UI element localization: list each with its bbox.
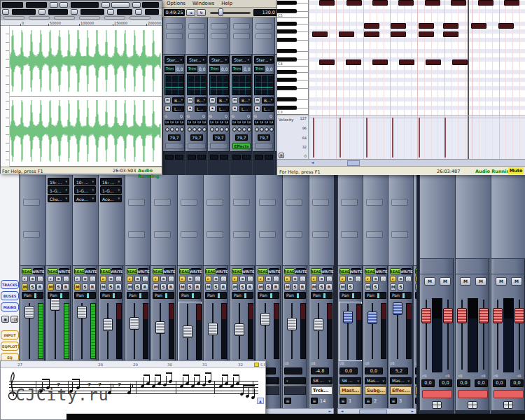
mute-button[interactable]: M: [424, 277, 435, 286]
channel-select-dropdown[interactable]: 15: ...▾: [48, 178, 69, 186]
toolbar-button[interactable]: [50, 2, 58, 8]
fader-handle[interactable]: [183, 326, 192, 338]
sends-state-icon[interactable]: ◌: [355, 276, 361, 282]
write-button[interactable]: WRITE: [164, 268, 174, 274]
sidebar-view-button-tracks[interactable]: TRACKS: [1, 280, 19, 289]
fader-handle[interactable]: [208, 323, 218, 335]
channel-type-icon[interactable]: ≡: [311, 398, 318, 404]
speaker-icon[interactable]: ◦)): [10, 316, 18, 323]
bus-dropdown[interactable]: B...▾: [172, 97, 184, 104]
mute-button[interactable]: M: [179, 284, 186, 290]
fader-handle[interactable]: [24, 306, 34, 318]
write-button[interactable]: WRITE: [269, 268, 279, 274]
toolbar-combo[interactable]: [12, 9, 36, 15]
hscrollbar[interactable]: ◄: [277, 159, 525, 166]
midi-note[interactable]: [478, 0, 493, 6]
menu-item-options[interactable]: Options: [167, 1, 186, 6]
channel-type-icon[interactable]: ≡: [340, 398, 346, 404]
black-key[interactable]: [277, 78, 297, 82]
midi-note[interactable]: [399, 59, 414, 65]
output-routing-icon[interactable]: ▸: [365, 276, 371, 282]
fader-track[interactable]: [265, 303, 266, 359]
fader-handle[interactable]: [155, 321, 165, 334]
solo-button[interactable]: S: [29, 284, 36, 290]
fader-track[interactable]: [291, 303, 293, 359]
sidebar-tool-button-eqplot[interactable]: EQPLOT: [1, 342, 19, 351]
toolbar-button[interactable]: [79, 16, 100, 20]
inserts-state-icon[interactable]: ≋: [55, 276, 62, 282]
velocity-bar[interactable]: [444, 118, 446, 158]
channel-select-dropdown[interactable]: Cho...▾: [48, 195, 69, 202]
write-button[interactable]: WRITE: [243, 268, 253, 274]
read-button[interactable]: READ: [48, 268, 58, 274]
velocity-bar[interactable]: [392, 118, 393, 158]
level-row[interactable]: ▪L...: [254, 106, 274, 113]
output-routing-icon[interactable]: ▸: [22, 276, 28, 282]
channel-select-dropdown[interactable]: 16: ...▾: [100, 178, 122, 186]
output-routing-icon[interactable]: ▸: [232, 276, 238, 282]
record-button[interactable]: R: [115, 284, 121, 290]
level-icon[interactable]: ▪: [164, 106, 171, 112]
midi-note[interactable]: [312, 31, 328, 37]
level-icon[interactable]: ▪: [187, 106, 193, 112]
sends-state-icon[interactable]: ◌: [37, 276, 43, 282]
output-routing-icon[interactable]: ▸: [74, 276, 80, 282]
pan-display[interactable]: Pan: [258, 292, 279, 299]
solo-button[interactable]: S: [160, 284, 167, 290]
fader-handle[interactable]: [103, 318, 113, 331]
toolbar-slider[interactable]: [111, 2, 130, 8]
output-route-dropdown[interactable]: SB ...▾: [311, 377, 332, 384]
output-select-dropdown[interactable]: Ster...▾: [209, 56, 229, 64]
routing-grid-icon[interactable]: [468, 401, 477, 409]
midi-note[interactable]: [364, 31, 379, 37]
sends-state-icon[interactable]: ◌: [115, 276, 122, 282]
output-route-dropdown[interactable]: Mas...▾: [365, 377, 386, 384]
read-button[interactable]: READ: [340, 268, 350, 274]
eq-knob[interactable]: [192, 127, 197, 132]
bus-row[interactable]: mB...▾: [187, 97, 206, 104]
level-row[interactable]: ▪L...: [187, 106, 206, 113]
pan-display[interactable]: Pan: [340, 292, 361, 299]
sends-state-icon[interactable]: ◌: [142, 276, 148, 282]
midi-note[interactable]: [319, 0, 335, 6]
midi-note[interactable]: [398, 0, 414, 6]
mute-button[interactable]: M: [127, 284, 133, 290]
level-dropdown[interactable]: L...: [172, 106, 184, 112]
midi-note[interactable]: [452, 59, 468, 65]
bus-row[interactable]: mB...▾: [209, 97, 229, 104]
black-key[interactable]: [277, 1, 297, 5]
channel-select-dropdown[interactable]: 10: ...▾: [74, 178, 96, 186]
toolbar-button[interactable]: [135, 9, 142, 15]
inserts-state-icon[interactable]: ≋: [29, 276, 36, 282]
solo-button[interactable]: S: [265, 284, 272, 290]
velocity-bar[interactable]: [366, 118, 368, 158]
inserts-state-icon[interactable]: ≋: [108, 276, 114, 282]
write-button[interactable]: WRITE: [85, 268, 96, 274]
eq-knob[interactable]: [180, 127, 184, 132]
level-dropdown[interactable]: L...: [239, 106, 251, 112]
record-button[interactable]: R: [246, 284, 253, 290]
toolbar-button[interactable]: [132, 2, 141, 8]
output-routing-icon[interactable]: ▸: [284, 276, 290, 282]
record-button[interactable]: R: [62, 284, 69, 290]
output-route-dropdown[interactable]: ▾: [284, 377, 306, 384]
toolbar-button[interactable]: [107, 9, 114, 15]
toolbar-button[interactable]: [59, 2, 68, 8]
level-dropdown[interactable]: L...: [217, 106, 229, 112]
monitor-icon[interactable]: ▣: [1, 316, 9, 323]
read-button[interactable]: READ: [390, 268, 400, 274]
mute-button[interactable]: M: [258, 284, 264, 290]
sends-state-icon[interactable]: ◌: [380, 276, 386, 282]
midi-note[interactable]: [419, 31, 434, 37]
toolbar-button[interactable]: [102, 2, 110, 8]
midi-note[interactable]: [471, 23, 486, 29]
mute-button[interactable]: M: [496, 277, 507, 286]
fader-track[interactable]: [134, 303, 135, 359]
sends-state-icon[interactable]: ◌: [90, 276, 96, 282]
eq-knob[interactable]: [265, 127, 269, 132]
solo-button[interactable]: S: [398, 284, 404, 290]
read-button[interactable]: READ: [284, 268, 295, 274]
midi-note[interactable]: [504, 0, 519, 6]
output-routing-icon[interactable]: ▸: [258, 276, 264, 282]
pan-display[interactable]: Pan: [153, 292, 174, 299]
